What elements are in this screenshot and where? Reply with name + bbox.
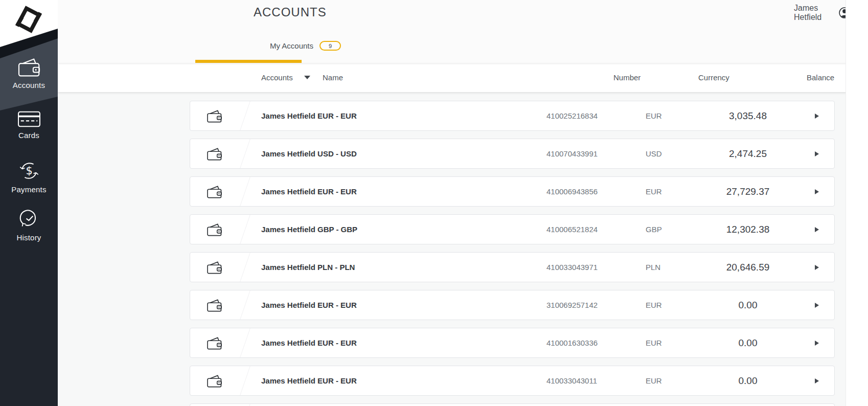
account-balance: 0.00 [707,290,789,320]
sidebar-item-label: Cards [18,131,39,140]
account-currency: EUR [646,101,662,130]
sidebar-item-payments[interactable]: $Payments [0,160,58,194]
account-name: James Hetfield EUR - EUR [261,328,357,357]
account-number: 410025216834 [546,101,598,130]
row-diagonal-divider [233,404,250,406]
row-diagonal-divider [233,328,250,357]
account-balance: 0.00 [707,366,789,395]
wallet-icon [207,147,222,163]
scrollbar-track[interactable] [846,0,868,406]
account-balance: 0.00 [707,328,789,357]
account-name: James Hetfield EUR - EUR [261,101,357,130]
history-icon [18,208,40,230]
account-name: James Hetfield USD - USD [261,139,357,168]
page-header: ACCOUNTS James Hetfield My Accounts 9 [58,0,868,63]
table-row-partial[interactable] [190,403,835,406]
payments-icon: $ [18,160,40,182]
wallet-icon [207,336,222,352]
row-diagonal-divider [233,139,250,168]
account-number: 410033043971 [546,253,598,282]
table-row[interactable]: James Hetfield EUR - EUR 310069257142 EU… [190,290,835,320]
wallet-icon [207,261,222,277]
account-currency: USD [646,139,662,168]
svg-text:$: $ [26,165,32,177]
sidebar-item-accounts[interactable]: Accounts [0,57,58,90]
column-header-balance: Balance [807,63,834,92]
table-row[interactable]: James Hetfield PLN - PLN 410033043971 PL… [190,252,835,282]
chevron-right-icon [815,341,819,346]
column-header-name: Name [323,63,343,92]
tab-count-badge: 9 [319,41,341,51]
brand-logo-icon [8,1,50,38]
app-root: James Hetfield EUR - EUR 410025216834 EU… [0,0,868,406]
row-diagonal-divider [233,177,250,206]
account-name: James Hetfield PLN - PLN [261,253,355,282]
chevron-right-icon [815,227,819,232]
accounts-filter-label: Accounts [261,73,293,82]
account-balance: 3,035.48 [707,101,789,130]
account-balance: 12,302.38 [707,215,789,244]
sidebar-item-label: Accounts [13,81,45,89]
account-currency: EUR [646,328,662,357]
tab-label: My Accounts [270,41,313,50]
row-diagonal-divider [233,101,250,130]
account-number: 410006943856 [546,177,598,206]
table-header: Accounts Name Number Currency Balance [58,63,868,92]
card-icon [17,110,41,128]
wallet-icon [17,57,41,78]
column-header-number: Number [613,63,641,92]
wallet-icon [207,109,222,125]
chevron-right-icon [815,151,819,156]
account-balance [707,404,789,406]
account-currency: GBP [646,215,662,244]
wallet-icon [207,374,222,390]
account-currency: EUR [646,366,662,395]
row-diagonal-divider [233,215,250,244]
account-name: James Hetfield EUR - EUR [261,290,357,320]
account-number: 410001630336 [546,328,598,357]
row-diagonal-divider [233,290,250,320]
sidebar-item-label: History [16,233,41,242]
chevron-right-icon [815,265,819,270]
page-title: ACCOUNTS [254,5,327,19]
sidebar: AccountsCards$PaymentsHistory [0,0,58,406]
table-row[interactable]: James Hetfield GBP - GBP 410006521824 GB… [190,214,835,244]
account-balance: 20,646.59 [707,253,789,282]
table-row[interactable]: James Hetfield EUR - EUR 410033043011 EU… [190,366,835,396]
account-name: James Hetfield GBP - GBP [261,215,357,244]
account-currency: EUR [646,177,662,206]
chevron-right-icon [815,303,819,308]
wallet-icon [207,299,222,314]
account-number: 410070433991 [546,139,598,168]
sidebar-item-cards[interactable]: Cards [0,110,58,140]
tab-my-accounts[interactable]: My Accounts 9 [270,41,341,51]
sidebar-item-history[interactable]: History [0,208,58,242]
row-diagonal-divider [233,366,250,395]
account-name: James Hetfield EUR - EUR [261,366,357,395]
chevron-right-icon [815,189,819,194]
account-number: 410006521824 [546,215,598,244]
active-tab-indicator [195,60,302,63]
row-diagonal-divider [233,253,250,282]
chevron-down-icon [304,76,310,79]
account-balance: 27,729.37 [707,177,789,206]
accounts-filter-dropdown[interactable]: Accounts [261,63,310,92]
table-row[interactable]: James Hetfield USD - USD 410070433991 US… [190,139,835,169]
table-row[interactable]: James Hetfield EUR - EUR 410001630336 EU… [190,328,835,358]
chevron-right-icon [815,114,819,119]
accounts-list: James Hetfield EUR - EUR 410025216834 EU… [58,92,868,406]
account-name: James Hetfield EUR - EUR [261,177,357,206]
column-header-currency: Currency [698,63,729,92]
wallet-icon [207,223,222,239]
wallet-icon [207,185,222,201]
table-row[interactable]: James Hetfield EUR - EUR 410025216834 EU… [190,101,835,131]
table-row[interactable]: James Hetfield EUR - EUR 410006943856 EU… [190,176,835,207]
sidebar-item-label: Payments [11,185,46,194]
account-currency: PLN [646,253,660,282]
account-number: 310069257142 [546,290,598,320]
chevron-right-icon [815,378,819,384]
user-name: James Hetfield [794,4,830,22]
account-number: 410033043011 [546,366,597,395]
account-currency: EUR [646,290,662,320]
account-balance: 2,474.25 [707,139,789,168]
